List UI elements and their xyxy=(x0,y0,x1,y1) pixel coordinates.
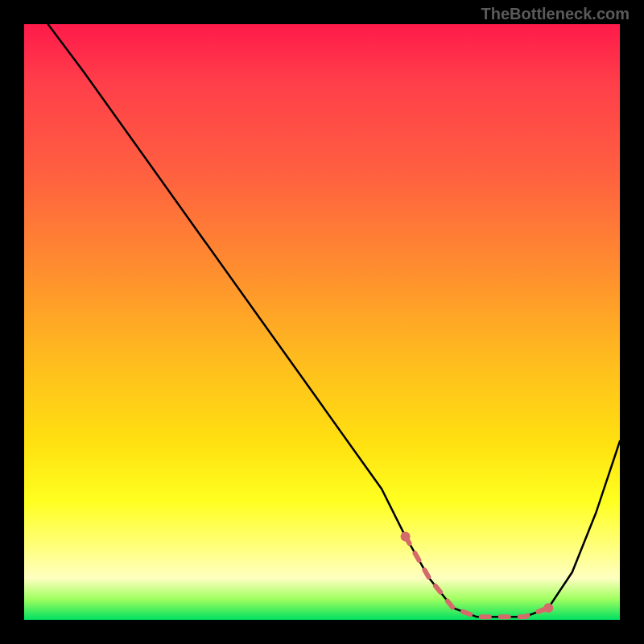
chart-svg xyxy=(24,24,620,620)
bottleneck-curve xyxy=(48,24,620,617)
chart-container: TheBottleneck.com xyxy=(0,0,644,644)
watermark-text: TheBottleneck.com xyxy=(481,5,630,23)
svg-point-1 xyxy=(543,603,553,613)
svg-point-0 xyxy=(401,531,411,541)
dotted-segment xyxy=(401,531,554,617)
plot-area xyxy=(24,24,620,620)
